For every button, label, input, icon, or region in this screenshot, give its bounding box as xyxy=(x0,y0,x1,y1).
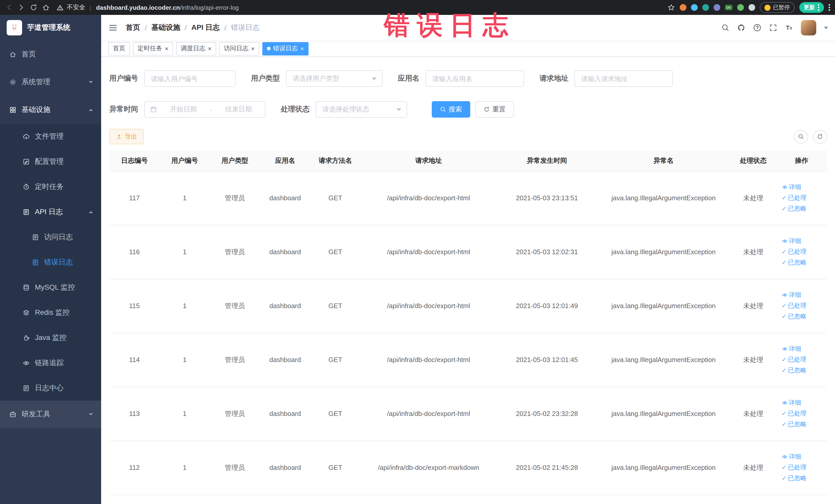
cell-user-id: 1 xyxy=(160,441,210,495)
chevron-up-icon xyxy=(89,211,93,213)
document-icon xyxy=(23,384,30,391)
export-icon xyxy=(116,134,122,140)
breadcrumb-item[interactable]: API 日志 xyxy=(191,23,220,32)
ignored-link[interactable]: ✓已忽略 xyxy=(781,419,825,430)
sidebar-item-file-manage[interactable]: 文件管理 xyxy=(0,124,101,149)
extension-icon[interactable] xyxy=(748,4,755,11)
processed-link[interactable]: ✓已处理 xyxy=(781,246,825,257)
address-bar[interactable]: 不安全 | dashboard.yudao.iocoder.cn/infra/l… xyxy=(57,3,239,12)
processed-link[interactable]: ✓已处理 xyxy=(781,462,825,473)
detail-link[interactable]: 详细 xyxy=(781,451,825,462)
extension-icon[interactable] xyxy=(679,4,686,11)
ignored-link[interactable]: ✓已忽略 xyxy=(781,311,825,322)
sidebar-item-home[interactable]: 首页 xyxy=(0,41,101,68)
back-icon[interactable] xyxy=(5,4,13,11)
table-row: 112 1 管理员 dashboard GET /api/infra/db-do… xyxy=(109,441,827,495)
paused-badge[interactable]: 已暂停 xyxy=(759,2,794,13)
refresh-table-button[interactable] xyxy=(813,130,827,143)
extension-icon[interactable] xyxy=(702,4,709,11)
extension-icon[interactable] xyxy=(691,4,697,11)
forward-icon[interactable] xyxy=(18,4,25,11)
date-start-placeholder: 开始日期 xyxy=(162,105,205,114)
sidebar-item-label: Java 监控 xyxy=(35,333,66,342)
avatar[interactable] xyxy=(801,20,816,36)
sidebar-item-redis-monitor[interactable]: Redis 监控 xyxy=(0,300,101,325)
sidebar-item-java-monitor[interactable]: Java 监控 xyxy=(0,325,101,350)
processed-link[interactable]: ✓已处理 xyxy=(781,193,825,203)
font-size-icon[interactable] xyxy=(785,24,793,32)
sidebar-item-infrastructure[interactable]: 基础设施 xyxy=(0,96,101,124)
toggle-search-button[interactable] xyxy=(794,130,808,143)
eye-icon xyxy=(781,184,787,190)
breadcrumb-item[interactable]: 首页 xyxy=(126,23,140,32)
tab-access-log[interactable]: 访问日志 × xyxy=(219,42,259,55)
tab-error-log[interactable]: 错误日志 × xyxy=(262,42,308,55)
cell-user-type: 管理员 xyxy=(210,333,260,387)
extension-icon[interactable] xyxy=(737,4,744,11)
processed-link[interactable]: ✓已处理 xyxy=(781,300,825,311)
collapse-sidebar-icon[interactable] xyxy=(108,23,118,32)
search-icon[interactable] xyxy=(721,24,729,32)
sidebar-item-trace[interactable]: 链路追踪 xyxy=(0,350,101,375)
cell-url: /api/infra/db-doc/export-html xyxy=(360,279,497,333)
update-button[interactable]: 更新 xyxy=(799,2,824,13)
sidebar-item-api-log[interactable]: API 日志 xyxy=(0,199,101,224)
bookmark-star-icon[interactable] xyxy=(667,4,675,11)
ignored-link[interactable]: ✓已忽略 xyxy=(781,257,825,268)
sidebar-item-config-manage[interactable]: 配置管理 xyxy=(0,149,101,174)
processed-link[interactable]: ✓已处理 xyxy=(781,354,825,365)
sidebar-item-dev-tools[interactable]: 研发工具 xyxy=(0,401,101,428)
sidebar-logo[interactable]: 芋道管理系统 xyxy=(0,15,101,41)
sidebar-item-system[interactable]: 系统管理 xyxy=(0,68,101,96)
user-type-select[interactable]: 请选择用户类型 xyxy=(286,70,383,87)
ignored-link[interactable]: ✓已忽略 xyxy=(781,203,825,214)
close-icon[interactable]: × xyxy=(251,45,254,52)
reload-icon[interactable] xyxy=(30,4,38,11)
detail-link[interactable]: 详细 xyxy=(781,182,825,193)
detail-link[interactable]: 详细 xyxy=(781,289,825,300)
detail-link[interactable]: 详细 xyxy=(781,398,825,408)
sidebar-item-error-log[interactable]: 错误日志 xyxy=(0,249,101,275)
user-id-input[interactable] xyxy=(144,70,236,87)
process-status-select[interactable]: 请选择处理状态 xyxy=(316,101,407,118)
help-icon[interactable] xyxy=(753,24,761,32)
tab-home[interactable]: 首页 xyxy=(108,42,130,55)
breadcrumb-item[interactable]: 基础设施 xyxy=(151,23,180,32)
close-icon[interactable]: × xyxy=(300,45,304,52)
search-button[interactable]: 搜索 xyxy=(432,101,470,118)
sidebar-item-mysql-monitor[interactable]: MySQL 监控 xyxy=(0,275,101,300)
date-end-placeholder: 结束日期 xyxy=(217,105,260,114)
browser-home-icon[interactable] xyxy=(42,4,50,11)
date-range-picker[interactable]: 开始日期 - 结束日期 xyxy=(144,101,265,118)
fullscreen-icon[interactable] xyxy=(769,24,777,32)
sidebar-item-timed-task[interactable]: 定时任务 xyxy=(0,174,101,199)
sidebar-item-access-log[interactable]: 访问日志 xyxy=(0,224,101,249)
export-button[interactable]: 导出 xyxy=(109,129,144,144)
sidebar-item-log-center[interactable]: 日志中心 xyxy=(0,375,101,401)
table-row: 116 1 管理员 dashboard GET /api/infra/db-do… xyxy=(109,225,827,279)
close-icon[interactable]: × xyxy=(165,45,168,52)
ignored-link[interactable]: ✓已忽略 xyxy=(781,365,825,376)
browser-menu-icon[interactable] xyxy=(828,4,830,11)
detail-label: 详细 xyxy=(789,182,801,193)
ignored-label: 已忽略 xyxy=(788,419,807,430)
detail-link[interactable]: 详细 xyxy=(781,236,825,246)
cell-log-id: 113 xyxy=(109,387,160,441)
extension-on-badge[interactable]: on xyxy=(725,5,732,10)
detail-link[interactable]: 详细 xyxy=(781,344,825,354)
request-url-input[interactable] xyxy=(574,70,673,87)
tab-timed-task[interactable]: 定时任务 × xyxy=(133,42,173,55)
url-text: dashboard.yudao.iocoder.cn/infra/log/api… xyxy=(96,4,239,11)
close-icon[interactable]: × xyxy=(208,45,211,52)
ignored-link[interactable]: ✓已忽略 xyxy=(781,473,825,484)
cell-log-id: 112 xyxy=(109,441,160,495)
ignored-label: 已忽略 xyxy=(788,311,807,322)
processed-link[interactable]: ✓已处理 xyxy=(781,408,825,419)
chevron-down-icon[interactable] xyxy=(824,26,828,29)
extension-icon[interactable] xyxy=(713,4,720,11)
reset-button[interactable]: 重置 xyxy=(475,101,514,118)
github-icon[interactable] xyxy=(737,24,745,32)
app-name-input[interactable] xyxy=(426,70,524,87)
tab-schedule-log[interactable]: 调度日志 × xyxy=(176,42,216,55)
cell-method: GET xyxy=(310,387,361,441)
